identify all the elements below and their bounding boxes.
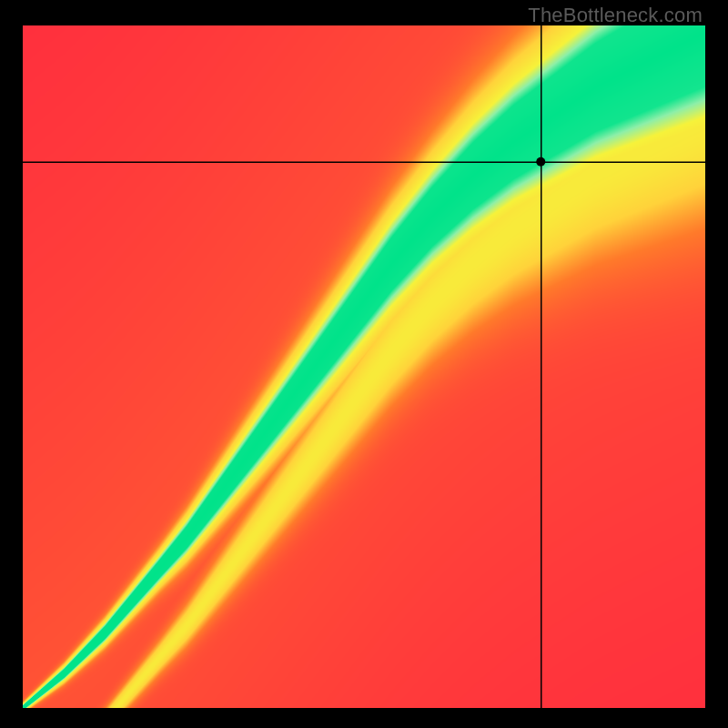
chart-container: TheBottleneck.com <box>0 0 728 728</box>
watermark-text: TheBottleneck.com <box>528 4 703 27</box>
heatmap-plot <box>23 25 705 708</box>
heatmap-canvas <box>23 25 705 708</box>
